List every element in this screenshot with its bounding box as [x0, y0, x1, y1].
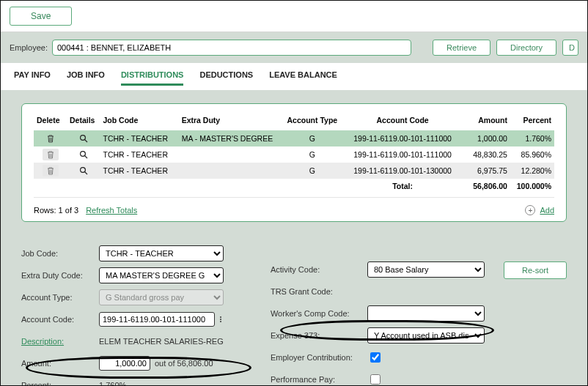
workers-comp-label: Worker's Comp Code:	[271, 309, 363, 318]
col-percent: Percent	[510, 113, 554, 130]
col-job: Job Code	[100, 113, 178, 130]
percent-value: 1.760%	[99, 381, 126, 386]
svg-line-1	[84, 140, 87, 142]
description-link[interactable]: Description:	[21, 337, 95, 346]
magnify-icon[interactable]	[76, 165, 92, 177]
trash-icon[interactable]	[43, 149, 59, 160]
account-code-label: Account Code:	[21, 315, 95, 324]
cell-percent: 1.760%	[510, 130, 554, 146]
col-details: Details	[67, 113, 100, 130]
amount-suffix: out of 56,806.00	[155, 359, 213, 368]
job-code-label: Job Code:	[21, 249, 95, 258]
tab-bar: PAY INFO JOB INFO DISTRIBUTIONS DEDUCTIO…	[1, 63, 587, 86]
job-code-select[interactable]: TCHR - TEACHER	[99, 245, 224, 261]
amount-label: Amount:	[21, 359, 95, 368]
cell-code: 199-11-6119.00-101-130000	[344, 163, 462, 179]
add-link[interactable]: Add	[540, 206, 554, 215]
retrieve-button[interactable]: Retrieve	[433, 40, 490, 56]
employee-input[interactable]	[52, 40, 411, 56]
cell-job: TCHR - TEACHER	[100, 130, 178, 146]
workers-comp-select[interactable]	[367, 305, 485, 322]
trash-icon[interactable]	[43, 165, 59, 177]
refresh-totals-link[interactable]: Refresh Totals	[86, 206, 137, 215]
activity-code-select[interactable]: 80 Base Salary	[367, 261, 485, 278]
distributions-panel: Delete Details Job Code Extra Duty Accou…	[21, 103, 567, 222]
account-code-input[interactable]	[99, 312, 215, 327]
col-delete: Delete	[34, 113, 67, 130]
save-button[interactable]: Save	[10, 7, 72, 26]
svg-line-3	[84, 156, 87, 158]
total-amount: 56,806.00	[461, 179, 510, 193]
lookup-icon[interactable]	[219, 316, 222, 322]
col-amount: Amount	[461, 113, 510, 130]
col-acct-code: Account Code	[344, 113, 462, 130]
employee-label: Employee:	[10, 43, 48, 52]
activity-code-label: Activity Code:	[271, 265, 363, 274]
cell-code: 199-11-6119.00-101-111000	[344, 130, 462, 146]
cell-amount: 48,830.25	[461, 146, 510, 163]
cell-amount: 6,975.75	[461, 163, 510, 179]
unknown-button[interactable]: D	[562, 40, 578, 56]
percent-label: Percent:	[21, 381, 95, 386]
expense-373-select[interactable]: Y Account used in ASB distr	[367, 327, 485, 344]
cell-extra: MA - MASTER'S DEGREE	[179, 130, 281, 146]
table-row[interactable]: TCHR - TEACHER MA - MASTER'S DEGREE G 19…	[34, 130, 554, 146]
tab-leave-balance[interactable]: LEAVE BALANCE	[269, 70, 337, 86]
resort-button[interactable]: Re-sort	[504, 261, 567, 279]
cell-type: G	[281, 163, 344, 179]
total-row: Total: 56,806.00 100.000%	[34, 179, 554, 193]
trs-grant-label: TRS Grant Code:	[271, 287, 363, 296]
cell-extra	[179, 163, 281, 179]
performance-pay-checkbox[interactable]	[370, 374, 381, 385]
svg-point-2	[80, 152, 85, 157]
cell-type: G	[281, 146, 344, 163]
cell-type: G	[281, 130, 344, 146]
magnify-icon[interactable]	[76, 149, 92, 160]
svg-point-4	[80, 168, 85, 173]
employer-contribution-checkbox[interactable]	[370, 352, 381, 363]
account-type-select: G Standard gross pay	[99, 289, 224, 305]
tab-pay-info[interactable]: PAY INFO	[14, 70, 51, 86]
directory-button[interactable]: Directory	[496, 40, 556, 56]
cell-percent: 12.280%	[510, 163, 554, 179]
tab-distributions[interactable]: DISTRIBUTIONS	[121, 70, 184, 86]
rows-count: Rows: 1 of 3	[34, 206, 78, 215]
performance-pay-label: Performance Pay:	[271, 375, 363, 384]
plus-icon[interactable]: +	[525, 205, 535, 215]
detail-form: Job Code: TCHR - TEACHER Extra Duty Code…	[1, 225, 587, 386]
cell-extra	[179, 146, 281, 163]
svg-line-5	[84, 172, 87, 174]
cell-job: TCHR - TEACHER	[100, 163, 178, 179]
total-percent: 100.000%	[510, 179, 554, 193]
extra-duty-label: Extra Duty Code:	[21, 271, 95, 280]
tab-deductions[interactable]: DEDUCTIONS	[199, 70, 253, 86]
total-label: Total:	[344, 179, 462, 193]
amount-input[interactable]	[99, 356, 150, 371]
col-extra: Extra Duty	[179, 113, 281, 130]
cell-percent: 85.960%	[510, 146, 554, 163]
account-type-label: Account Type:	[21, 293, 95, 302]
cell-code: 199-11-6119.00-101-111000	[344, 146, 462, 163]
tab-job-info[interactable]: JOB INFO	[67, 70, 105, 86]
employee-bar: Employee: Retrieve Directory D	[1, 32, 587, 63]
cell-job: TCHR - TEACHER	[100, 146, 178, 163]
extra-duty-select[interactable]: MA MASTER'S DEGREE G	[99, 267, 224, 283]
col-acct-type: Account Type	[281, 113, 344, 130]
distributions-grid: Delete Details Job Code Extra Duty Accou…	[34, 113, 554, 193]
table-row[interactable]: TCHR - TEACHER G 199-11-6119.00-101-1110…	[34, 146, 554, 163]
table-row[interactable]: TCHR - TEACHER G 199-11-6119.00-101-1300…	[34, 163, 554, 179]
description-value: ELEM TEACHER SALARIES-REG	[99, 337, 224, 346]
expense-373-label: Expense 373:	[271, 331, 363, 340]
magnify-icon[interactable]	[76, 133, 92, 144]
employer-contribution-label: Employer Contribution:	[271, 353, 363, 362]
svg-point-0	[80, 136, 85, 141]
trash-icon[interactable]	[43, 133, 59, 144]
cell-amount: 1,000.00	[461, 130, 510, 146]
